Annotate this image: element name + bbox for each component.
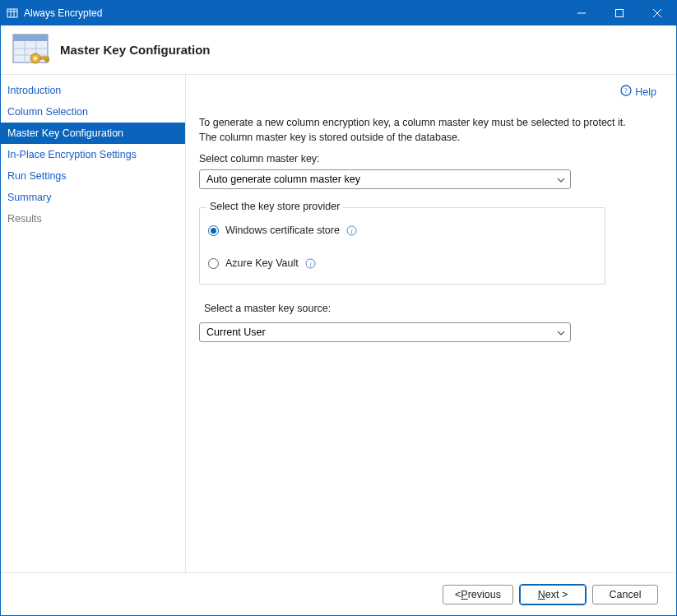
titlebar: Always Encrypted	[1, 1, 676, 25]
chevron-down-icon	[557, 174, 565, 185]
sidebar-item-run-settings[interactable]: Run Settings	[1, 165, 185, 187]
sidebar-item-in-place-encryption-settings[interactable]: In-Place Encryption Settings	[1, 144, 185, 165]
sidebar-item-master-key-configuration[interactable]: Master Key Configuration	[1, 123, 185, 144]
cancel-button[interactable]: Cancel	[592, 585, 658, 604]
main-content: ? Help To generate a new column encrypti…	[186, 75, 676, 572]
svg-text:i: i	[309, 260, 311, 267]
info-icon[interactable]: i	[346, 225, 357, 236]
close-button[interactable]	[638, 1, 676, 25]
svg-text:?: ?	[624, 86, 628, 95]
radio-windows-cert-store[interactable]: Windows certificate store i	[208, 225, 596, 236]
select-cmk-label: Select column master key:	[199, 153, 656, 164]
sidebar-item-results: Results	[1, 208, 185, 229]
intro-text: To generate a new column encryption key,…	[199, 116, 643, 145]
radio-icon	[208, 258, 219, 269]
svg-rect-17	[45, 59, 47, 62]
window-title: Always Encrypted	[24, 7, 102, 19]
sidebar-item-label: Summary	[7, 192, 51, 203]
previous-button[interactable]: < Previous	[443, 585, 513, 604]
help-link[interactable]: ? Help	[620, 85, 656, 99]
svg-rect-18	[48, 59, 49, 61]
svg-rect-9	[13, 35, 48, 41]
header-key-icon	[11, 32, 50, 68]
chevron-down-icon	[557, 327, 565, 338]
svg-line-7	[653, 9, 661, 17]
svg-rect-5	[616, 10, 624, 17]
sidebar-item-label: Master Key Configuration	[7, 127, 123, 139]
wizard-header: Master Key Configuration	[1, 25, 676, 75]
select-cmk-dropdown[interactable]: Auto generate column master key	[199, 169, 571, 189]
sidebar-item-label: Introduction	[7, 85, 61, 96]
help-label: Help	[635, 86, 656, 98]
sidebar-item-label: Results	[7, 213, 42, 225]
svg-text:i: i	[350, 227, 352, 234]
master-key-source-label: Select a master key source:	[199, 303, 656, 314]
sidebar-item-label: In-Place Encryption Settings	[7, 149, 137, 160]
next-button[interactable]: Next >	[520, 585, 586, 604]
radio-label: Azure Key Vault	[225, 257, 299, 269]
sidebar-item-column-selection[interactable]: Column Selection	[1, 101, 185, 123]
sidebar-item-label: Column Selection	[7, 106, 88, 118]
radio-azure-key-vault[interactable]: Azure Key Vault i	[208, 257, 596, 269]
sidebar-item-summary[interactable]: Summary	[1, 187, 185, 208]
key-store-provider-legend: Select the key store provider	[206, 201, 343, 212]
key-store-provider-group: Select the key store provider Windows ce…	[199, 207, 605, 285]
sidebar-item-label: Run Settings	[7, 170, 67, 182]
minimize-button[interactable]	[563, 1, 600, 25]
radio-icon	[208, 225, 219, 236]
svg-line-6	[653, 9, 661, 17]
sidebar-item-introduction[interactable]: Introduction	[1, 80, 185, 101]
svg-rect-0	[7, 9, 17, 17]
svg-point-15	[34, 56, 37, 59]
info-icon[interactable]: i	[305, 258, 316, 269]
master-key-source-value: Current User	[206, 327, 266, 338]
help-icon: ?	[620, 85, 632, 99]
maximize-button[interactable]	[600, 1, 638, 25]
master-key-source-dropdown[interactable]: Current User	[199, 322, 571, 342]
page-title: Master Key Configuration	[60, 43, 211, 57]
select-cmk-value: Auto generate column master key	[206, 174, 360, 185]
radio-label: Windows certificate store	[225, 225, 340, 236]
wizard-sidebar: Introduction Column Selection Master Key…	[1, 75, 186, 572]
wizard-footer: < Previous Next > Cancel	[1, 572, 676, 615]
app-icon	[6, 7, 19, 20]
